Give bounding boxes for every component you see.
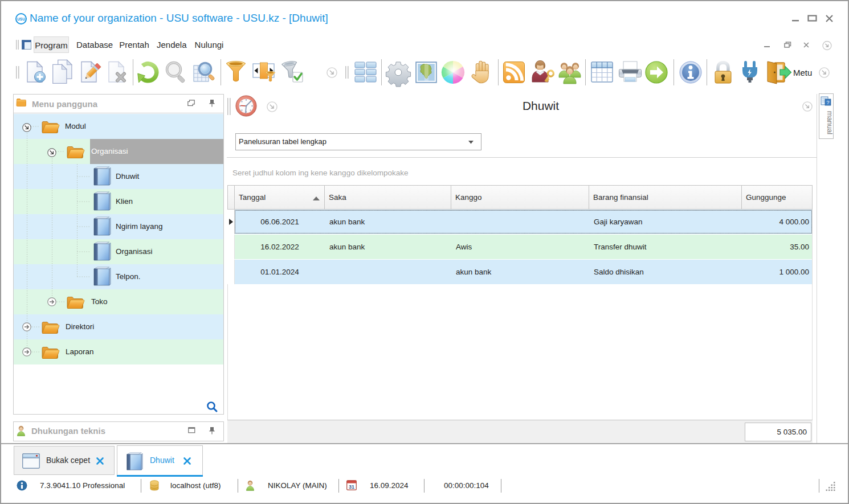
svg-text:31: 31 xyxy=(349,484,354,490)
svg-text:?: ? xyxy=(826,100,829,105)
svg-text:USU: USU xyxy=(17,17,25,21)
